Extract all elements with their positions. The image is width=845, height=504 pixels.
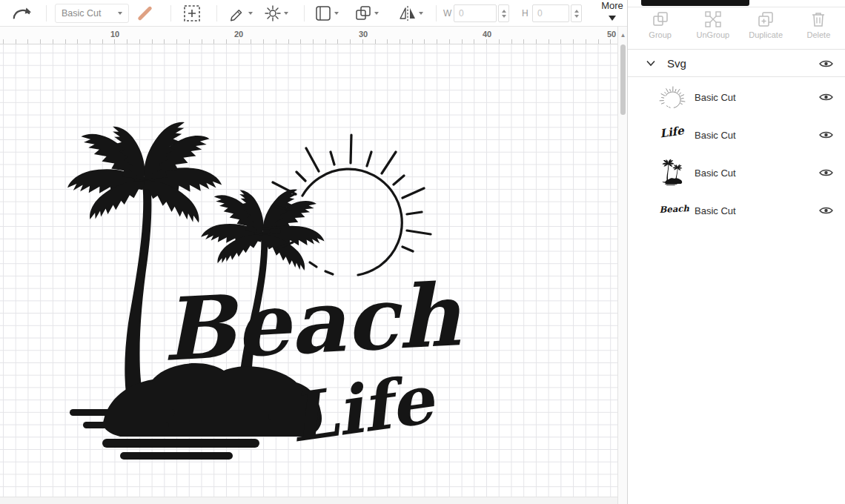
align-icon [314,4,332,23]
group-label: Group [649,30,672,39]
width-label: W [443,8,451,19]
undo-icon [10,4,33,23]
ungroup-label: UnGroup [697,30,730,39]
horizontal-scrollbar[interactable] [0,497,617,504]
ungroup-icon [704,10,722,28]
select-tool[interactable] [182,4,202,23]
group-button[interactable]: Group [634,10,686,49]
undo-button[interactable] [10,4,33,23]
eye-icon[interactable] [819,205,833,215]
offset-burst-icon [264,4,282,23]
vertical-scrollbar-thumb[interactable] [620,44,626,115]
width-input[interactable] [454,4,497,22]
canvas-area: Basic Cut [0,0,627,504]
linetype-select[interactable]: Basic Cut [55,4,129,23]
selection-actions: Group UnGroup Duplicate [628,7,845,50]
eye-icon[interactable] [819,168,833,177]
dark-bar [641,0,749,6]
layer-label: Basic Cut [695,129,736,140]
chevron-down-icon [118,12,122,15]
layer-group-header[interactable]: Svg [628,50,845,77]
color-swatch-button[interactable] [135,4,154,23]
color-swatch-icon [137,6,153,21]
align-tool[interactable] [314,4,339,23]
ruler-tick: 50 [607,30,616,39]
layers-panel: Group UnGroup Duplicate [627,0,845,504]
marquee-select-icon [182,4,202,23]
chevron-down-icon [248,12,253,15]
vertical-scrollbar[interactable]: ▲ [617,27,627,504]
height-stepper[interactable] [571,4,582,22]
width-stepper[interactable] [498,4,509,22]
offset-tool[interactable] [264,4,288,23]
chevron-down-icon[interactable] [646,60,655,67]
more-button[interactable]: More [597,0,627,22]
linetype-label: Basic Cut [62,8,102,19]
layer-row-life-script[interactable]: Basic Cut [628,116,845,153]
chevron-down-icon [419,12,423,15]
eye-icon[interactable] [819,130,833,139]
eye-icon[interactable] [819,92,833,102]
duplicate-button[interactable]: Duplicate [740,10,792,49]
delete-label: Delete [806,30,830,39]
delete-button[interactable]: Delete [792,10,845,49]
separator [46,5,47,21]
chevron-down-icon [284,12,288,15]
separator [170,5,171,21]
ruler-tick: 20 [234,30,243,39]
separator [436,5,437,21]
ruler-tick: 30 [359,30,368,39]
layer-row-sun-rays[interactable]: Basic Cut [628,78,845,116]
triangle-down-icon [609,16,616,21]
delete-icon [809,10,827,28]
layer-thumbnail-life-script [659,122,686,148]
more-label: More [597,0,627,11]
flip-tool[interactable] [399,4,423,23]
flip-mirror-icon [399,4,417,23]
duplicate-icon [757,10,775,28]
duplicate-label: Duplicate [749,30,783,39]
height-input[interactable] [532,4,569,22]
beach-life-artwork[interactable]: Beach Life [58,125,440,469]
stepper-up-icon [502,10,506,13]
ruler-tick: 40 [483,30,491,39]
ungroup-button[interactable]: UnGroup [686,10,739,49]
horizontal-ruler: 10 20 30 40 50 [0,27,617,44]
stepper-down-icon [574,15,579,18]
life-text-layer: Life [285,359,441,457]
layer-thumbnail-beach-script [659,197,686,224]
ruler-tick: 10 [110,30,119,39]
edit-toolbar: Basic Cut [0,0,627,27]
layer-thumbnail-sun-rays [659,84,686,110]
layer-row-palm-island[interactable]: Basic Cut [628,153,845,191]
arrange-layers-icon [354,4,372,23]
eye-icon[interactable] [819,59,833,68]
design-canvas-grid[interactable]: Beach Life [0,44,617,497]
edit-tool[interactable] [228,4,253,23]
layer-label: Basic Cut [695,167,736,178]
group-icon [652,10,669,28]
pencil-icon [228,4,246,23]
separator [304,5,305,21]
layer-label: Basic Cut [695,91,736,102]
layer-thumbnail-palm-island [659,159,686,186]
arrange-tool[interactable] [354,4,379,23]
chevron-down-icon [334,12,339,15]
stepper-up-icon [574,10,579,13]
layer-list: Basic Cut Basic Cut Basic Cut [628,78,845,229]
separator [216,5,217,21]
stepper-down-icon [502,15,506,18]
height-label: H [522,8,528,19]
layer-group-label: Svg [667,57,686,70]
layer-label: Basic Cut [695,205,736,216]
chevron-down-icon [374,12,379,15]
life-text: Life [285,359,441,457]
layer-row-beach-script[interactable]: Basic Cut [628,191,845,229]
